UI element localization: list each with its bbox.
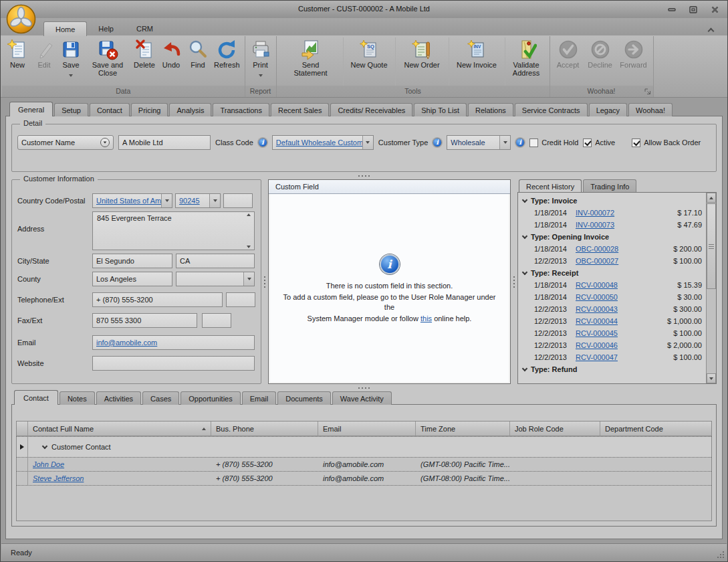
- forward-button[interactable]: Forward: [616, 37, 651, 86]
- checkbox-unchecked[interactable]: [529, 138, 538, 147]
- chevron-down-icon[interactable]: [100, 138, 110, 147]
- info-icon[interactable]: [515, 138, 525, 147]
- new-quote-button[interactable]: SQ New Quote: [343, 37, 395, 86]
- vertical-splitter[interactable]: [511, 179, 517, 384]
- document-link[interactable]: RCV-000044: [576, 317, 637, 325]
- chevron-down-icon[interactable]: [161, 194, 172, 207]
- postal-extra-input[interactable]: [223, 193, 253, 208]
- tab-cases[interactable]: Cases: [142, 391, 179, 405]
- vertical-splitter[interactable]: [261, 179, 268, 384]
- chevron-down-icon[interactable]: [243, 272, 254, 286]
- county-select[interactable]: [176, 272, 255, 286]
- checkbox-checked[interactable]: [583, 138, 592, 147]
- ribbon-tab-home[interactable]: Home: [43, 21, 87, 36]
- save-and-close-button[interactable]: Save and Close: [84, 37, 131, 86]
- tab-notes[interactable]: Notes: [59, 391, 95, 405]
- tab-contact[interactable]: Contact: [14, 390, 58, 405]
- validate-address-button[interactable]: Validate Address: [505, 37, 548, 86]
- postal-code-select[interactable]: 90245: [175, 193, 221, 208]
- document-link[interactable]: INV-000072: [576, 209, 637, 217]
- tab-ship-to-list[interactable]: Ship To List: [414, 103, 467, 116]
- county-input[interactable]: Los Angeles: [92, 272, 172, 286]
- tab-transactions[interactable]: Transactions: [213, 103, 269, 116]
- table-row[interactable]: Steve Jefferson + (870) 555-3200 info@am…: [17, 472, 711, 486]
- history-group-refund[interactable]: Type: Refund: [518, 363, 706, 375]
- scroll-down-icon[interactable]: [707, 373, 716, 383]
- document-link[interactable]: RCV-000050: [576, 293, 637, 301]
- info-icon[interactable]: [433, 138, 442, 147]
- document-link[interactable]: RCV-000047: [576, 353, 637, 361]
- history-scrollbar[interactable]: [706, 193, 716, 383]
- fax-ext-input[interactable]: [202, 313, 231, 328]
- accept-button[interactable]: Accept: [552, 37, 584, 86]
- chevron-down-icon[interactable]: [209, 194, 220, 207]
- document-link[interactable]: RCV-000046: [576, 341, 637, 349]
- column-header-bus-phone[interactable]: Bus. Phone: [211, 421, 318, 436]
- tab-relations[interactable]: Relations: [468, 103, 513, 116]
- tab-recent-history[interactable]: Recent History: [519, 179, 582, 193]
- telephone-input[interactable]: + (870) 555-3200: [92, 292, 223, 307]
- class-code-select[interactable]: Default Wholesale Custom: [272, 135, 374, 150]
- tab-wave-activity[interactable]: Wave Activity: [332, 391, 392, 405]
- new-order-button[interactable]: New Order: [395, 37, 449, 86]
- horizontal-splitter[interactable]: [10, 172, 718, 179]
- refresh-button[interactable]: Refresh: [211, 37, 243, 86]
- horizontal-splitter[interactable]: [10, 384, 718, 391]
- tab-setup[interactable]: Setup: [54, 103, 88, 116]
- document-link[interactable]: RCV-000043: [576, 305, 637, 313]
- customer-name-input[interactable]: A Mobile Ltd: [118, 135, 211, 150]
- ribbon-tab-help[interactable]: Help: [87, 21, 125, 35]
- dialog-launcher-icon[interactable]: [644, 88, 651, 95]
- column-header-job-role-code[interactable]: Job Role Code: [510, 421, 600, 436]
- chevron-down-icon[interactable]: [499, 136, 510, 149]
- history-group-invoice[interactable]: Type: Invoice: [518, 195, 706, 207]
- tab-recent-sales[interactable]: Recent Sales: [271, 103, 329, 116]
- allow-back-order-checkbox[interactable]: Allow Back Order: [632, 138, 701, 147]
- contact-link[interactable]: Steve Jefferson: [33, 474, 84, 482]
- grid-group-row[interactable]: Customer Contact: [17, 436, 711, 458]
- save-button[interactable]: Save: [57, 37, 84, 86]
- print-button[interactable]: Print: [247, 37, 274, 86]
- undo-button[interactable]: Undo: [158, 37, 185, 86]
- fax-input[interactable]: 870 555 3300: [92, 313, 197, 328]
- scrollbar-thumb[interactable]: [707, 203, 716, 289]
- tab-service-contracts[interactable]: Service Contracts: [515, 103, 588, 116]
- checkbox-checked[interactable]: [632, 138, 640, 147]
- document-link[interactable]: OBC-000028: [576, 245, 637, 253]
- tab-documents[interactable]: Documents: [277, 391, 331, 405]
- info-icon[interactable]: [258, 138, 267, 147]
- history-group-receipt[interactable]: Type: Receipt: [518, 267, 706, 279]
- send-statement-button[interactable]: Send Statement: [279, 37, 343, 86]
- tab-trading-info[interactable]: Trading Info: [583, 179, 636, 193]
- document-link[interactable]: RCV-000045: [576, 329, 637, 337]
- chevron-down-icon[interactable]: [362, 136, 373, 149]
- document-link[interactable]: OBC-000027: [576, 257, 637, 265]
- app-logo-icon[interactable]: [5, 3, 37, 35]
- column-header-contact-full-name[interactable]: Contact Full Name: [28, 421, 211, 436]
- telephone-ext-input[interactable]: [226, 292, 255, 307]
- credit-hold-checkbox[interactable]: Credit Hold: [529, 138, 578, 147]
- table-row[interactable]: John Doe + (870) 555-3200 info@amobile.c…: [17, 458, 711, 472]
- find-button[interactable]: Find: [185, 37, 211, 86]
- resize-grip[interactable]: [717, 551, 725, 559]
- collapse-ribbon-icon[interactable]: [709, 27, 717, 32]
- scroll-up-icon[interactable]: [707, 193, 716, 203]
- tab-contact[interactable]: Contact: [90, 103, 130, 116]
- history-group-opening-invoice[interactable]: Type: Opening Invoice: [518, 231, 706, 243]
- tab-analysis[interactable]: Analysis: [169, 103, 211, 116]
- city-input[interactable]: El Segundo: [92, 254, 172, 268]
- restore-button[interactable]: [689, 5, 698, 13]
- tab-activities[interactable]: Activities: [96, 391, 141, 405]
- active-checkbox[interactable]: Active: [583, 138, 615, 147]
- new-button[interactable]: New: [4, 37, 31, 86]
- online-help-link[interactable]: this: [420, 314, 432, 322]
- column-header-department-code[interactable]: Department Code: [600, 421, 711, 436]
- contact-link[interactable]: John Doe: [33, 460, 64, 468]
- email-field[interactable]: info@amobile.com: [92, 335, 255, 350]
- document-link[interactable]: INV-000073: [576, 221, 637, 229]
- tab-legacy[interactable]: Legacy: [589, 103, 627, 116]
- country-select[interactable]: United States of Amer: [92, 193, 172, 208]
- textarea-scrollbar[interactable]: [245, 213, 253, 248]
- address-textarea[interactable]: 845 Evergreen Terrace: [92, 211, 255, 250]
- tab-general[interactable]: General: [9, 102, 53, 116]
